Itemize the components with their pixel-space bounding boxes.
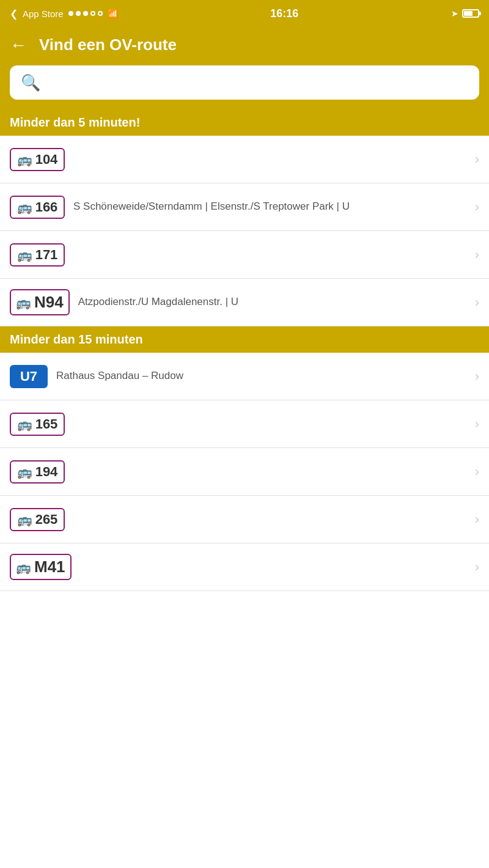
bus-icon-265: 🚌 <box>17 512 32 527</box>
route-number-m41: M41 <box>34 557 65 576</box>
route-number-265: 265 <box>35 512 58 528</box>
chevron-265: › <box>475 512 479 528</box>
chevron-m41: › <box>475 559 479 575</box>
page-header: ← Vind een OV-route <box>0 27 489 65</box>
dot-5 <box>98 11 103 16</box>
route-item-104[interactable]: 🚌 104 › <box>0 136 489 183</box>
section-label-15min: Minder dan 15 minuten <box>10 333 143 346</box>
route-number-171: 171 <box>35 247 58 263</box>
bus-icon-104: 🚌 <box>17 152 32 167</box>
dot-1 <box>68 11 73 16</box>
bus-icon-n94: 🚌 <box>16 295 31 310</box>
page-title: Vind een OV-route <box>39 35 177 54</box>
status-left: ❮ App Store 📶 <box>10 8 118 20</box>
route-desc-166: S Schöneweide/Sterndamm | Elsenstr./S Tr… <box>65 200 475 214</box>
route-item-u7[interactable]: U7 Rathaus Spandau – Rudow › <box>0 353 489 400</box>
bus-badge-n94: 🚌 N94 <box>10 289 70 315</box>
bus-badge-104: 🚌 104 <box>10 148 65 171</box>
route-number-104: 104 <box>35 152 58 167</box>
route-desc-u7: Rathaus Spandau – Rudow <box>48 369 475 383</box>
dot-3 <box>83 11 88 16</box>
bus-icon-165: 🚌 <box>17 417 32 432</box>
route-list: Minder dan 5 minuten! 🚌 104 › 🚌 166 S Sc… <box>0 109 489 591</box>
bus-badge-171: 🚌 171 <box>10 243 65 267</box>
route-item-165[interactable]: 🚌 165 › <box>0 400 489 448</box>
ubahn-badge-u7: U7 <box>10 365 48 388</box>
route-number-194: 194 <box>35 464 58 480</box>
battery-fill <box>464 11 472 16</box>
route-item-265[interactable]: 🚌 265 › <box>0 496 489 543</box>
chevron-171: › <box>475 247 479 263</box>
bus-icon-171: 🚌 <box>17 248 32 262</box>
route-item-171[interactable]: 🚌 171 › <box>0 231 489 279</box>
status-right: ➤ <box>451 9 479 18</box>
time-display: 16:16 <box>270 7 298 20</box>
bus-icon-166: 🚌 <box>17 200 32 215</box>
route-item-n94[interactable]: 🚌 N94 Atzpodienstr./U Magdalenenstr. | U… <box>0 279 489 326</box>
chevron-166: › <box>475 199 479 215</box>
dot-2 <box>76 11 81 16</box>
search-input[interactable] <box>42 65 469 100</box>
back-icon-status: ❮ <box>10 8 18 20</box>
bus-badge-265: 🚌 265 <box>10 508 65 531</box>
route-number-n94: N94 <box>34 293 64 312</box>
dot-4 <box>90 11 95 16</box>
chevron-u7: › <box>475 369 479 384</box>
status-bar: ❮ App Store 📶 16:16 ➤ <box>0 0 489 27</box>
section-header-15min: Minder dan 15 minuten <box>0 326 489 353</box>
battery-icon <box>462 9 479 18</box>
bus-badge-m41: 🚌 M41 <box>10 554 72 580</box>
signal-dots <box>68 11 103 16</box>
back-button[interactable]: ← <box>10 37 27 54</box>
route-number-u7: U7 <box>20 369 37 384</box>
bus-badge-165: 🚌 165 <box>10 413 65 436</box>
chevron-104: › <box>475 152 479 167</box>
route-number-166: 166 <box>35 199 58 215</box>
bus-badge-166: 🚌 166 <box>10 196 65 219</box>
chevron-194: › <box>475 464 479 480</box>
search-icon: 🔍 <box>21 73 40 92</box>
carrier-label: App Store <box>23 9 64 19</box>
route-item-194[interactable]: 🚌 194 › <box>0 448 489 496</box>
search-icon-wrap: 🔍 <box>20 72 42 94</box>
wifi-icon: 📶 <box>108 9 118 18</box>
location-icon: ➤ <box>451 9 458 18</box>
bus-badge-194: 🚌 194 <box>10 460 65 484</box>
bus-icon-m41: 🚌 <box>16 560 31 575</box>
section-header-5min: Minder dan 5 minuten! <box>0 109 489 136</box>
bus-icon-194: 🚌 <box>17 465 32 479</box>
route-number-165: 165 <box>35 416 58 432</box>
chevron-165: › <box>475 416 479 432</box>
chevron-n94: › <box>475 295 479 311</box>
route-item-166[interactable]: 🚌 166 S Schöneweide/Sterndamm | Elsenstr… <box>0 183 489 231</box>
section-label-5min: Minder dan 5 minuten! <box>10 116 140 129</box>
search-bar[interactable]: 🔍 <box>10 65 479 100</box>
route-item-m41[interactable]: 🚌 M41 › <box>0 543 489 591</box>
route-desc-n94: Atzpodienstr./U Magdalenenstr. | U <box>70 295 475 309</box>
search-container: 🔍 <box>0 65 489 109</box>
